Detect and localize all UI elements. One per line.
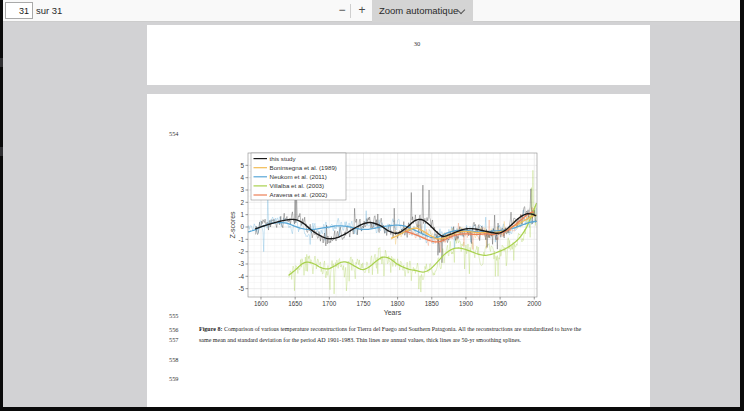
svg-text:1: 1 (240, 211, 244, 218)
line-number: 558 (169, 356, 178, 363)
svg-text:1600: 1600 (254, 300, 269, 307)
pdf-content-area[interactable]: 30 554 555 556 557 558 559 1600165017001… (3, 22, 740, 407)
line-number: 559 (169, 375, 178, 382)
svg-text:-2: -2 (238, 248, 244, 255)
svg-text:Z-scores: Z-scores (229, 211, 236, 239)
svg-text:-4: -4 (238, 273, 244, 280)
svg-text:1850: 1850 (425, 300, 440, 307)
line-number: 555 (169, 312, 178, 319)
browser-screen: sur 31 − + Zoom automatique 30 554 555 5… (0, 0, 744, 411)
svg-text:-1: -1 (238, 236, 244, 243)
page-30-number: 30 (402, 40, 432, 47)
svg-text:2: 2 (240, 199, 244, 206)
zoom-in-button[interactable]: + (353, 0, 371, 22)
svg-text:Villalba et al. (2003): Villalba et al. (2003) (270, 182, 325, 189)
svg-text:Years: Years (384, 309, 402, 316)
temperature-reconstruction-plot: 1600165017001750180018501900195020005432… (225, 145, 545, 320)
line-number: 556 (169, 326, 178, 333)
zoom-out-button[interactable]: − (333, 0, 351, 22)
pdf-page-31: 554 555 556 557 558 559 1600165017001750… (147, 94, 650, 407)
pdf-page-30: 30 (147, 25, 650, 85)
figure-caption: Figure 8: Comparison of various temperat… (199, 324, 640, 345)
svg-text:-5: -5 (238, 285, 244, 292)
svg-text:3: 3 (240, 186, 244, 193)
screen-edge-mark (0, 147, 3, 156)
page-count-label: sur 31 (36, 0, 62, 22)
svg-text:1900: 1900 (459, 300, 474, 307)
svg-text:this study: this study (270, 155, 297, 162)
toolbar-divider (350, 4, 351, 18)
figure-caption-label: Figure 8: (199, 326, 222, 332)
page-number-input[interactable] (5, 2, 33, 19)
zoom-mode-label: Zoom automatique (379, 5, 458, 16)
svg-text:Aravena et al. (2002): Aravena et al. (2002) (270, 191, 328, 198)
svg-text:1800: 1800 (391, 300, 406, 307)
svg-text:0: 0 (240, 223, 244, 230)
figure8-chart: 1600165017001750180018501900195020005432… (225, 145, 545, 320)
screen-edge-mark (0, 58, 3, 67)
svg-text:4: 4 (240, 174, 244, 181)
svg-text:Boninsegna et al. (1989): Boninsegna et al. (1989) (270, 164, 337, 171)
svg-text:5: 5 (240, 162, 244, 169)
line-number: 557 (169, 336, 178, 343)
figure-caption-line1: Comparison of various temperature recons… (224, 326, 581, 332)
svg-text:1700: 1700 (322, 300, 337, 307)
line-number: 554 (169, 130, 178, 137)
svg-text:-3: -3 (238, 260, 244, 267)
pdf-toolbar: sur 31 − + Zoom automatique (3, 0, 740, 22)
svg-text:Neukom et al. (2011): Neukom et al. (2011) (270, 173, 327, 180)
svg-text:1750: 1750 (356, 300, 371, 307)
svg-text:1950: 1950 (493, 300, 508, 307)
figure-caption-line2: same mean and standard deviation for the… (199, 337, 521, 343)
zoom-mode-select[interactable]: Zoom automatique (372, 0, 473, 22)
svg-text:2000: 2000 (527, 300, 542, 307)
svg-text:1650: 1650 (288, 300, 303, 307)
